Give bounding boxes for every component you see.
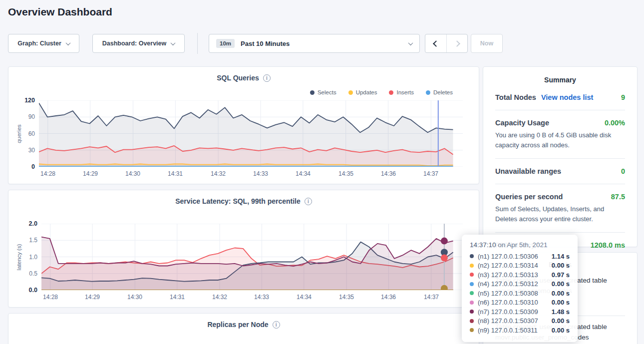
y-tick-label: 90	[15, 113, 35, 120]
chart-hover-tooltip: 14:37:10 on Apr 5th, 2021 (n1) 127.0.0.1…	[462, 235, 578, 342]
time-next-button[interactable]	[446, 34, 467, 52]
dashboard-toolbar: Graph: Cluster Dashboard: Overview 10m P…	[8, 34, 503, 53]
y-tick-label: 0.5	[17, 270, 37, 277]
y-tick-label: 30	[15, 147, 35, 154]
tooltip-node-rows: (n1) 127.0.0.1:50306 1.14 s (n2) 127.0.0…	[470, 252, 570, 335]
summary-label: Capacity Usage	[495, 119, 549, 127]
x-tick-label: 14:31	[165, 294, 189, 301]
y-axis-title: latency (s)	[16, 244, 22, 270]
x-tick-label: 14:31	[163, 170, 187, 177]
tooltip-node-row: (n5) 127.0.0.1:50308 0.00 s	[470, 289, 570, 298]
time-prev-button[interactable]	[425, 34, 446, 52]
graph-dropdown[interactable]: Graph: Cluster	[8, 34, 79, 53]
x-tick-label: 14:36	[376, 294, 400, 301]
service-latency-panel: Service Latency: SQL, 99th percentile i …	[8, 190, 479, 308]
summary-rows: Total Nodes View nodes list 9 Capacity U…	[483, 85, 637, 258]
x-tick-label: 14:35	[334, 170, 358, 177]
time-range-picker[interactable]: 10m Past 10 Minutes	[209, 34, 420, 53]
summary-row: Total Nodes View nodes list 9	[495, 85, 625, 110]
y-tick-label: 0.0	[17, 287, 37, 294]
info-icon[interactable]: i	[273, 321, 280, 329]
summary-label: Unavailable ranges	[495, 167, 561, 175]
dashboard-dropdown[interactable]: Dashboard: Overview	[92, 34, 185, 53]
node-latency-value: 1.48 s	[552, 308, 570, 316]
x-tick-label: 14:32	[206, 170, 230, 177]
chevron-left-icon	[433, 40, 439, 47]
now-button[interactable]: Now	[471, 34, 503, 53]
node-latency-value: 0.00 s	[552, 280, 570, 288]
x-tick-label: 14:28	[38, 294, 62, 301]
x-tick-label: 14:30	[123, 294, 147, 301]
chart-plot[interactable]	[41, 224, 463, 290]
x-tick-label: 14:37	[419, 170, 443, 177]
node-address: (n2) 127.0.0.1:50314	[478, 262, 538, 269]
x-tick-label: 14:29	[80, 294, 104, 301]
sql-queries-panel: SQL Queries i Selects Updates Inserts De…	[8, 66, 479, 184]
x-tick-label: 14:37	[419, 294, 443, 301]
x-tick-label: 14:34	[291, 170, 315, 177]
tooltip-node-row: (n2) 127.0.0.1:50314 0.00 s	[470, 261, 570, 271]
node-color-dot-icon	[470, 264, 474, 268]
x-tick-label: 14:29	[78, 170, 102, 177]
page-title: Overview Dashboard	[8, 6, 112, 18]
x-tick-label: 14:33	[249, 170, 273, 177]
node-latency-value: 0.00 s	[552, 317, 570, 325]
graph-dropdown-label: Graph: Cluster	[17, 40, 61, 47]
y-axis-title: queries	[16, 124, 22, 143]
x-tick-label: 14:28	[36, 170, 60, 177]
x-tick-label: 14:34	[292, 294, 316, 301]
node-color-dot-icon	[470, 310, 474, 314]
node-latency-value: 0.00 s	[552, 262, 570, 269]
summary-value: 9	[621, 93, 625, 101]
summary-title: Summary	[483, 67, 637, 85]
summary-row: Unavailable ranges 0	[495, 159, 625, 184]
toolbar-divider	[197, 33, 198, 54]
node-latency-value: 0.00 s	[552, 290, 570, 297]
tooltip-node-row: (n4) 127.0.0.1:50312 0.00 s	[470, 280, 570, 289]
summary-label: Total Nodes	[495, 93, 536, 101]
tooltip-node-row: (n8) 127.0.0.1:50307 0.00 s	[470, 317, 570, 326]
y-tick-label: 2.0	[17, 220, 37, 227]
replicas-per-node-panel: Replicas per Node i	[8, 313, 479, 344]
time-range-label: Past 10 Minutes	[241, 40, 290, 47]
tooltip-node-row: (n3) 127.0.0.1:50313 0.97 s	[470, 270, 570, 280]
node-latency-value: 1.14 s	[552, 253, 570, 260]
node-color-dot-icon	[470, 319, 474, 323]
time-range-badge: 10m	[216, 39, 235, 48]
node-address: (n9) 127.0.0.1:50311	[478, 327, 538, 334]
service-latency-chart[interactable]: 0.00.51.01.52.014:2814:2914:3014:3114:32…	[8, 190, 479, 307]
summary-value: 1208.0 ms	[591, 241, 625, 249]
tooltip-node-row: (n6) 127.0.0.1:50310 0.00 s	[470, 298, 570, 308]
summary-value: 87.5	[611, 193, 625, 201]
node-address: (n1) 127.0.0.1:50306	[478, 253, 538, 260]
x-tick-label: 14:33	[250, 294, 274, 301]
node-address: (n6) 127.0.0.1:50310	[478, 299, 538, 306]
x-tick-label: 14:35	[334, 294, 358, 301]
chevron-down-icon	[408, 40, 413, 45]
chevron-right-icon	[454, 40, 460, 47]
node-address: (n8) 127.0.0.1:50307	[478, 317, 538, 325]
tooltip-node-row: (n9) 127.0.0.1:50311 0.00 s	[470, 326, 570, 335]
node-address: (n7) 127.0.0.1:50309	[478, 308, 538, 316]
x-tick-label: 14:32	[208, 294, 232, 301]
summary-row: Queries per second 87.5 Sum of Selects, …	[495, 184, 625, 233]
x-tick-label: 14:36	[376, 170, 400, 177]
summary-subtext: You are using 0 B of 4.5 GiB usable disk…	[495, 130, 625, 150]
summary-value: 0	[621, 167, 625, 175]
sql-queries-chart[interactable]: 030609012014:2814:2914:3014:3114:3214:33…	[8, 67, 479, 184]
replicas-per-node-title: Replicas per Node i	[8, 321, 479, 329]
node-color-dot-icon	[470, 301, 474, 305]
node-color-dot-icon	[470, 291, 474, 295]
node-address: (n4) 127.0.0.1:50312	[478, 280, 538, 288]
view-nodes-list-link[interactable]: View nodes list	[541, 93, 594, 101]
summary-row: Capacity Usage 0.00% You are using 0 B o…	[495, 110, 625, 159]
summary-subtext: Sum of Selects, Updates, Inserts, and De…	[495, 204, 625, 224]
node-color-dot-icon	[470, 328, 474, 332]
dashboard-dropdown-label: Dashboard: Overview	[102, 40, 167, 47]
tooltip-node-row: (n1) 127.0.0.1:50306 1.14 s	[470, 252, 570, 261]
summary-label: Queries per second	[495, 193, 563, 201]
summary-panel: Summary Total Nodes View nodes list 9 Ca…	[483, 66, 638, 247]
chevron-down-icon	[65, 40, 70, 45]
x-tick-label: 14:30	[121, 170, 145, 177]
chart-plot[interactable]	[39, 100, 463, 167]
